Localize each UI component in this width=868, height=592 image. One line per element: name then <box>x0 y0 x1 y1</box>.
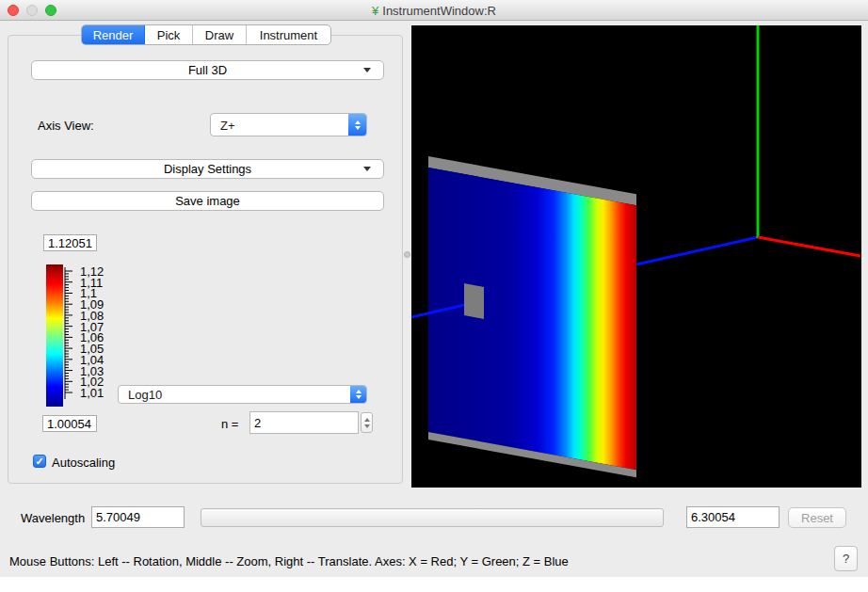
tab-draw[interactable]: Draw <box>193 25 247 44</box>
viewport-3d[interactable] <box>411 25 861 488</box>
bottom-strip <box>0 577 868 592</box>
autoscaling-label: Autoscaling <box>52 456 115 470</box>
power-label: n = <box>221 417 238 431</box>
x-axis-line <box>758 237 860 256</box>
power-input[interactable]: 2 <box>249 411 359 434</box>
help-button[interactable]: ? <box>834 546 858 571</box>
save-image-label: Save image <box>175 194 240 208</box>
projection-dropdown[interactable]: Full 3D <box>31 60 384 80</box>
scale-type-value: Log10 <box>128 388 162 402</box>
reset-button[interactable]: Reset <box>788 507 846 528</box>
axis-view-label: Axis View: <box>38 119 94 133</box>
display-settings-label: Display Settings <box>164 162 251 176</box>
title-wrap: ¥ InstrumentWindow:R <box>0 0 868 21</box>
combobox-arrows-icon <box>350 386 366 403</box>
scale-max-input[interactable]: 1.12051 <box>43 234 97 251</box>
window-title: InstrumentWindow:R <box>382 4 496 18</box>
tab-instrument[interactable]: Instrument <box>247 25 330 44</box>
combobox-arrows-icon <box>348 114 366 136</box>
tab-render[interactable]: Render <box>82 25 145 44</box>
axes-overlay <box>411 25 861 488</box>
wavelength-min-input[interactable]: 5.70049 <box>91 506 185 528</box>
wavelength-label: Wavelength <box>21 511 85 525</box>
status-bar-text: Mouse Buttons: Left -- Rotation, Middle … <box>9 554 569 568</box>
tab-bar: Render Pick Draw Instrument <box>81 24 331 45</box>
power-spinner[interactable] <box>361 412 373 433</box>
dropdown-arrow-icon <box>363 167 371 171</box>
wavelength-max-input[interactable]: 6.30054 <box>686 506 780 528</box>
instrument-window: ¥ InstrumentWindow:R Render Pick Draw In… <box>0 0 868 592</box>
projection-value: Full 3D <box>188 63 227 77</box>
wavelength-range-slider[interactable] <box>201 508 664 527</box>
app-icon: ¥ <box>372 5 378 17</box>
colorbar-ruler <box>64 264 77 407</box>
save-image-button[interactable]: Save image <box>31 191 384 211</box>
scale-type-combobox[interactable]: Log10 <box>118 385 367 404</box>
axis-view-value: Z+ <box>220 118 235 132</box>
splitter-handle[interactable] <box>404 251 410 258</box>
autoscaling-checkbox[interactable]: ✓ <box>33 455 46 468</box>
colorbar-tick-label: 1,01 <box>80 386 121 400</box>
axis-view-combobox[interactable]: Z+ <box>210 113 367 136</box>
scale-min-input[interactable]: 1.00054 <box>42 415 97 432</box>
spinner-down-icon[interactable] <box>364 424 370 428</box>
tab-pick[interactable]: Pick <box>145 25 193 44</box>
title-bar: ¥ InstrumentWindow:R <box>0 0 868 21</box>
colorbar[interactable] <box>46 264 63 407</box>
display-settings-dropdown[interactable]: Display Settings <box>31 159 384 179</box>
spinner-up-icon[interactable] <box>364 418 370 422</box>
z-axis-segment <box>636 237 758 264</box>
sample-marker[interactable] <box>464 283 484 319</box>
dropdown-arrow-icon <box>363 68 371 72</box>
